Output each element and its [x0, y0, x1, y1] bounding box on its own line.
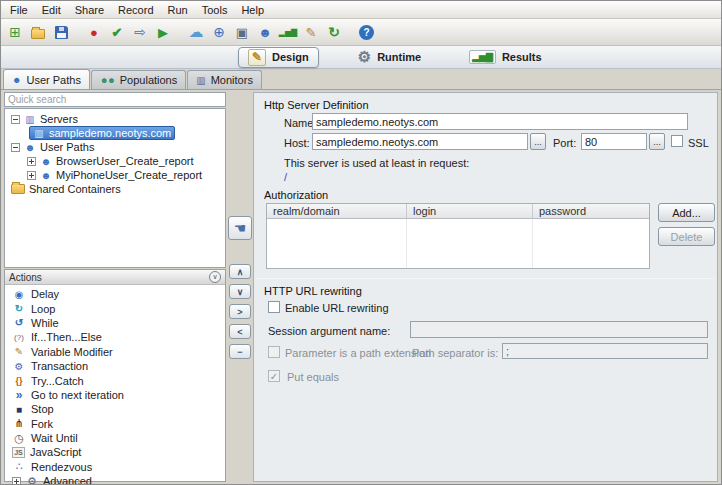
report-icon[interactable]: ✎ [301, 22, 321, 42]
cloud-icon[interactable]: ☁ [186, 22, 206, 42]
runtime-label: Runtime [377, 51, 421, 63]
tree-label: Servers [40, 113, 78, 125]
next-iteration-icon: » [12, 388, 26, 402]
server-host-input[interactable] [312, 133, 528, 150]
server-name-input[interactable] [312, 113, 688, 130]
apply-hand-button[interactable]: ☚ [228, 216, 252, 240]
move-right-button[interactable]: > [229, 304, 251, 319]
graph-icon[interactable]: ▂▅▇ [278, 22, 298, 42]
check-script-icon[interactable]: ✔ [107, 22, 127, 42]
column-realm-domain[interactable]: realm/domain [267, 204, 407, 218]
action-label: If...Then...Else [31, 331, 102, 343]
menu-help[interactable]: Help [234, 3, 271, 17]
ssl-checkbox[interactable] [671, 135, 683, 147]
help-icon[interactable]: ? [359, 25, 374, 40]
runtime-mode-button[interactable]: ⚙ Runtime [349, 47, 430, 68]
action-rendezvous[interactable]: ∴Rendezvous [5, 460, 225, 474]
action-wait-until[interactable]: ◷Wait Until [5, 431, 225, 445]
run-arrow-icon[interactable]: ⇨ [130, 22, 150, 42]
neoload-window: File Edit Share Record Run Tools Help ⊞ … [0, 0, 722, 485]
collapse-expander-icon[interactable] [11, 143, 20, 152]
tree-node-servers[interactable]: ▥ Servers [5, 112, 225, 126]
menu-file[interactable]: File [3, 3, 35, 17]
tree-node-browseruser[interactable]: ☻ BrowserUser_Create_report [5, 154, 225, 168]
tab-user-paths[interactable]: ☻ User Paths [3, 69, 90, 89]
update-web-icon[interactable]: ↻ [324, 22, 344, 42]
expand-expander-icon[interactable] [27, 157, 36, 166]
server-icon: ▥ [33, 128, 45, 139]
new-icon[interactable]: ⊞ [5, 22, 25, 42]
action-label: Go to next iteration [31, 389, 124, 401]
param-path-extension-checkbox[interactable] [268, 346, 280, 358]
delete-button[interactable]: Delete [658, 227, 715, 246]
actions-header: Actions ∨ [5, 270, 225, 285]
expand-expander-icon[interactable] [27, 171, 36, 180]
stop-icon: ■ [12, 404, 26, 415]
tab-monitors[interactable]: ▥ Monitors [187, 70, 262, 89]
if-then-else-icon: (?) [12, 333, 26, 342]
move-left-button[interactable]: < [229, 324, 251, 339]
save-icon[interactable] [51, 22, 71, 42]
tree-node-shared-containers[interactable]: Shared Containers [5, 182, 225, 196]
remove-button[interactable]: − [229, 344, 251, 359]
action-fork[interactable]: ⋔Fork [5, 417, 225, 431]
session-argument-input[interactable] [410, 321, 708, 338]
action-stop[interactable]: ■Stop [5, 402, 225, 416]
record-icon[interactable]: ● [84, 22, 104, 42]
port-label: Port: [553, 137, 576, 149]
web-icon[interactable]: ⊕ [209, 22, 229, 42]
path-separator-input[interactable] [502, 343, 708, 359]
tab-populations-label: Populations [120, 74, 178, 86]
tree-node-sampledemo[interactable]: ▥ sampledemo.neotys.com [5, 126, 225, 140]
enable-url-rewriting-checkbox[interactable] [268, 301, 280, 313]
collapse-expander-icon[interactable] [11, 115, 20, 124]
action-delay[interactable]: ◉Delay [5, 287, 225, 301]
vu-search-icon[interactable]: ☻ [255, 22, 275, 42]
loop-icon: ↻ [12, 303, 26, 314]
action-while[interactable]: ↺While [5, 316, 225, 330]
request-link[interactable]: / [284, 171, 287, 183]
action-advanced[interactable]: ⚙Advanced [5, 474, 225, 485]
user-icon: ☻ [40, 156, 52, 167]
play-icon[interactable]: ▶ [153, 22, 173, 42]
design-mode-button[interactable]: ✎ Design [238, 47, 319, 68]
wait-until-icon: ◷ [12, 432, 26, 445]
quick-search-input[interactable] [4, 92, 226, 107]
action-variable-modifier[interactable]: ✎Variable Modifier [5, 345, 225, 359]
action-transaction[interactable]: ⚙Transaction [5, 359, 225, 373]
menu-share[interactable]: Share [68, 3, 111, 17]
action-javascript[interactable]: JSJavaScript [5, 445, 225, 459]
tree-node-user-paths[interactable]: ☻ User Paths [5, 140, 225, 154]
monitor-search-icon[interactable]: ▣ [232, 22, 252, 42]
put-equals-checkbox[interactable] [268, 370, 280, 382]
host-browse-button[interactable]: ... [530, 133, 546, 150]
menu-record[interactable]: Record [111, 3, 160, 17]
action-if-then-else[interactable]: (?)If...Then...Else [5, 330, 225, 344]
toolbar: ⊞ ● ✔ ⇨ ▶ ☁ ⊕ ▣ ☻ ▂▅▇ ✎ ↻ ? [1, 19, 721, 46]
design-label: Design [272, 51, 309, 63]
authorization-table-body[interactable] [267, 219, 649, 268]
design-icon: ✎ [248, 49, 266, 66]
action-try-catch[interactable]: {}Try...Catch [5, 373, 225, 387]
menu-run[interactable]: Run [161, 3, 195, 17]
server-port-input[interactable] [581, 133, 647, 150]
toolbar-separator [347, 22, 354, 42]
column-login[interactable]: login [407, 204, 533, 218]
menu-tools[interactable]: Tools [195, 3, 235, 17]
port-browse-button[interactable]: ... [649, 133, 665, 150]
action-loop[interactable]: ↻Loop [5, 301, 225, 315]
move-up-button[interactable]: ∧ [229, 264, 251, 279]
move-down-button[interactable]: ∨ [229, 284, 251, 299]
open-icon[interactable] [28, 22, 48, 42]
action-next-iteration[interactable]: »Go to next iteration [5, 388, 225, 402]
collapse-actions-icon[interactable]: ∨ [209, 271, 221, 283]
tree-node-myiphoneuser[interactable]: ☻ MyiPhoneUser_Create_report [5, 168, 225, 182]
expand-expander-icon[interactable] [12, 477, 21, 485]
column-password[interactable]: password [533, 204, 649, 218]
tab-populations[interactable]: ☻☻ Populations [91, 70, 186, 89]
menu-edit[interactable]: Edit [35, 3, 68, 17]
transaction-icon: ⚙ [12, 361, 26, 372]
session-argument-label: Session argument name: [268, 325, 390, 337]
results-mode-button[interactable]: ▂▅▇ Results [460, 47, 551, 68]
add-button[interactable]: Add... [658, 203, 715, 222]
